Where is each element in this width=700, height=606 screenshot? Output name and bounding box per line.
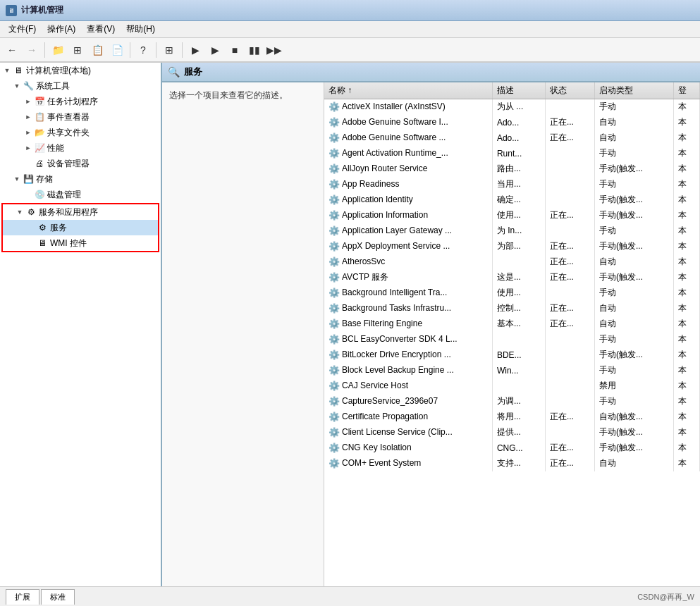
tab-standard[interactable]: 标准: [41, 589, 75, 605]
table-row[interactable]: ⚙️BitLocker Drive Encryption ...BDE...手动…: [324, 347, 700, 363]
menu-item-V[interactable]: 查看(V): [81, 22, 121, 37]
service-desc: [492, 378, 545, 394]
tree-item-event-viewer[interactable]: ► 📋 事件查看器: [0, 109, 161, 125]
tree-item-root[interactable]: ▼ 🖥 计算机管理(本地): [0, 63, 161, 78]
tree-item-storage[interactable]: ▼ 💾 存储: [0, 171, 161, 187]
table-row[interactable]: ⚙️Agent Activation Runtime_...Runt...手动本: [324, 146, 700, 161]
copy-button[interactable]: 📋: [88, 41, 106, 59]
play-button[interactable]: ▶: [186, 41, 204, 59]
table-row[interactable]: ⚙️CAJ Service Host禁用本: [324, 378, 700, 394]
pause-button[interactable]: ▮▮: [245, 41, 264, 59]
menu-item-F[interactable]: 文件(F): [3, 22, 42, 37]
service-status: 正在...: [545, 409, 594, 425]
services-header-title: 服务: [184, 66, 202, 78]
tree-label-system-tools: 系统工具: [36, 80, 70, 92]
tree-item-shared-folders[interactable]: ► 📂 共享文件夹: [0, 125, 161, 140]
col-login[interactable]: 登: [673, 82, 699, 99]
forward-button[interactable]: →: [23, 41, 41, 59]
table-row[interactable]: ⚙️AVCTP 服务这是...正在...手动(触发...本: [324, 270, 700, 285]
table-row[interactable]: ⚙️BCL EasyConverter SDK 4 L...手动本: [324, 332, 700, 347]
service-desc: Ado...: [492, 130, 545, 146]
menu-item-A[interactable]: 操作(A): [42, 22, 81, 37]
open-button[interactable]: 📁: [49, 41, 67, 59]
tree-item-device-manager[interactable]: ► 🖨 设备管理器: [0, 156, 161, 171]
table-row[interactable]: ⚙️Certificate Propagation将用...正在...自动(触发…: [324, 409, 700, 425]
services-table: 名称 ↑ 描述 状态 启动类型 登 ⚙️ActiveX Installer (A…: [324, 82, 700, 471]
service-name: ⚙️Adobe Genuine Software I...: [324, 115, 492, 130]
table-row[interactable]: ⚙️Block Level Backup Engine ...Win...手动本: [324, 363, 700, 378]
app-icon: 🖥: [6, 5, 17, 16]
table-row[interactable]: ⚙️Adobe Genuine Software I...Ado...正在...…: [324, 115, 700, 130]
service-startup: 手动(触发...: [594, 208, 673, 223]
table-row[interactable]: ⚙️CNG Key IsolationCNG...正在...手动(触发...本: [324, 440, 700, 456]
table-row[interactable]: ⚙️Application Layer Gateway ...为 In...手动…: [324, 223, 700, 239]
service-login: 本: [673, 99, 699, 115]
grid-button[interactable]: ⊞: [68, 41, 87, 59]
services-header: 🔍 服务: [162, 63, 700, 82]
help-button[interactable]: ?: [134, 41, 152, 59]
services-list[interactable]: 名称 ↑ 描述 状态 启动类型 登 ⚙️ActiveX Installer (A…: [324, 82, 700, 586]
tree-arrow-task-scheduler: ►: [23, 96, 34, 107]
stop-button[interactable]: ■: [226, 41, 244, 59]
tree-item-disk-management[interactable]: ► 💿 磁盘管理: [0, 187, 161, 202]
service-startup: 手动: [594, 177, 673, 192]
menu-item-H[interactable]: 帮助(H): [121, 22, 161, 37]
table-row[interactable]: ⚙️Client License Service (Clip...提供...手动…: [324, 425, 700, 440]
service-desc: CNG...: [492, 440, 545, 456]
service-status: [545, 285, 594, 301]
grid2-button[interactable]: ⊞: [160, 41, 178, 59]
service-login: 本: [673, 161, 699, 177]
toolbar-separator-4: [182, 42, 183, 58]
service-startup: 手动: [594, 146, 673, 161]
table-row[interactable]: ⚙️ActiveX Installer (AxInstSV)为从 ...手动本: [324, 99, 700, 115]
col-status[interactable]: 状态: [545, 82, 594, 99]
service-status: 正在...: [545, 254, 594, 270]
table-row[interactable]: ⚙️Application Identity确定...手动(触发...本: [324, 192, 700, 208]
paste-button[interactable]: 📄: [108, 41, 126, 59]
tree-label-services-apps: 服务和应用程序: [39, 206, 98, 218]
status-bar: 扩展 标准: [0, 586, 700, 606]
service-desc: Runt...: [492, 146, 545, 161]
tree-item-services-apps[interactable]: ▼ ⚙ 服务和应用程序: [3, 204, 158, 220]
tree-item-task-scheduler[interactable]: ► 📅 任务计划程序: [0, 94, 161, 109]
table-row[interactable]: ⚙️Adobe Genuine Software ...Ado...正在...自…: [324, 130, 700, 146]
tree-icon-root: 🖥: [13, 65, 24, 76]
table-row[interactable]: ⚙️App Readiness当用...手动本: [324, 177, 700, 192]
table-row[interactable]: ⚙️Background Intelligent Tra...使用...手动本: [324, 285, 700, 301]
table-row[interactable]: ⚙️AtherosSvc正在...自动本: [324, 254, 700, 270]
play2-button[interactable]: ▶: [206, 41, 224, 59]
table-row[interactable]: ⚙️CaptureService_2396e07为调...手动本: [324, 394, 700, 409]
table-row[interactable]: ⚙️COM+ Event System支持...正在...自动本: [324, 456, 700, 471]
tree-item-performance[interactable]: ► 📈 性能: [0, 140, 161, 156]
table-row[interactable]: ⚙️AppX Deployment Service ...为部...正在...手…: [324, 239, 700, 254]
service-status: [545, 394, 594, 409]
tree-item-services[interactable]: ► ⚙ 服务: [3, 220, 158, 235]
service-desc: 为从 ...: [492, 99, 545, 115]
table-row[interactable]: ⚙️Base Filtering Engine基本...正在...自动本: [324, 316, 700, 332]
service-status: [545, 223, 594, 239]
table-row[interactable]: ⚙️Application Information使用...正在...手动(触发…: [324, 208, 700, 223]
tab-extend[interactable]: 扩展: [6, 589, 39, 605]
tree-item-system-tools[interactable]: ▼ 🔧 系统工具: [0, 78, 161, 94]
col-name[interactable]: 名称 ↑: [324, 82, 492, 99]
title-bar-text: 计算机管理: [21, 4, 63, 16]
back-button[interactable]: ←: [3, 41, 21, 59]
service-startup: 手动(触发...: [594, 347, 673, 363]
tree-label-disk-management: 磁盘管理: [47, 189, 81, 201]
right-panel: 🔍 服务 选择一个项目来查看它的描述。 名称 ↑ 描述 状态 启动类型: [162, 63, 700, 586]
tree-arrow-system-tools: ▼: [11, 80, 23, 92]
col-startup[interactable]: 启动类型: [594, 82, 673, 99]
tree-icon-wmi: 🖥: [37, 237, 48, 249]
service-desc: 当用...: [492, 177, 545, 192]
table-row[interactable]: ⚙️Background Tasks Infrastru...控制...正在..…: [324, 301, 700, 316]
tree-label-services: 服务: [50, 222, 67, 234]
tree-icon-services: ⚙: [37, 222, 48, 233]
col-desc[interactable]: 描述: [492, 82, 545, 99]
fastforward-button[interactable]: ▶▶: [265, 41, 283, 59]
tree-icon-event-viewer: 📋: [34, 111, 45, 123]
service-status: 正在...: [545, 301, 594, 316]
tree-item-wmi[interactable]: ► 🖥 WMI 控件: [3, 235, 158, 251]
service-status: [545, 146, 594, 161]
table-row[interactable]: ⚙️AllJoyn Router Service路由...手动(触发...本: [324, 161, 700, 177]
tree-icon-performance: 📈: [34, 142, 45, 154]
